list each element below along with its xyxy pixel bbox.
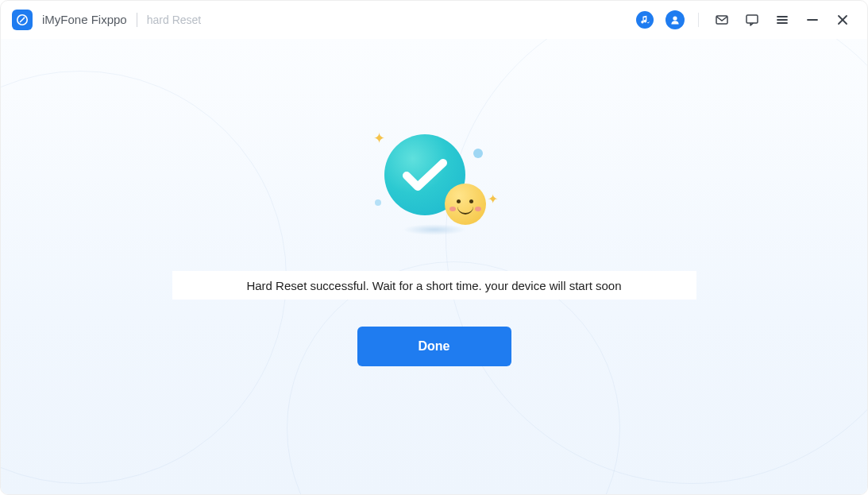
title-bar: iMyFone Fixppo hard Reset: [1, 1, 867, 39]
status-bar: Hard Reset successful. Wait for a short …: [172, 271, 696, 300]
decoration-shadow: [403, 224, 466, 235]
page-subtitle: hard Reset: [147, 14, 201, 26]
app-title: iMyFone Fixppo: [42, 13, 127, 26]
success-illustration: ✦ ✦: [367, 126, 502, 246]
close-button[interactable]: [832, 10, 853, 30]
svg-point-2: [673, 16, 677, 20]
done-button[interactable]: Done: [357, 327, 511, 366]
header-separator: [698, 13, 699, 27]
app-logo-icon: [12, 10, 33, 30]
status-text: Hard Reset successful. Wait for a short …: [246, 279, 621, 292]
decoration-dot: [375, 199, 381, 206]
main-panel: ✦ ✦ Hard Reset successful. Wait for a sh…: [1, 39, 867, 494]
mail-button[interactable]: [712, 10, 732, 30]
svg-rect-4: [746, 15, 758, 23]
decoration-dot: [473, 149, 483, 158]
menu-button[interactable]: [772, 10, 793, 30]
svg-point-1: [646, 21, 650, 25]
minimize-icon: [804, 12, 820, 28]
feedback-button[interactable]: [742, 10, 762, 30]
title-separator: [137, 13, 137, 27]
user-icon: [665, 10, 685, 29]
account-button[interactable]: [665, 10, 685, 30]
close-icon: [835, 12, 851, 28]
menu-icon: [774, 12, 790, 28]
chat-icon: [744, 12, 760, 28]
checkmark-icon: [402, 157, 448, 195]
sparkle-icon: ✦: [488, 191, 498, 207]
minimize-button[interactable]: [802, 10, 823, 30]
mail-icon: [714, 12, 730, 28]
smiley-icon: [445, 184, 486, 225]
music-note-icon: [636, 11, 654, 29]
sparkle-icon: ✦: [373, 130, 385, 147]
music-button[interactable]: [635, 10, 655, 30]
